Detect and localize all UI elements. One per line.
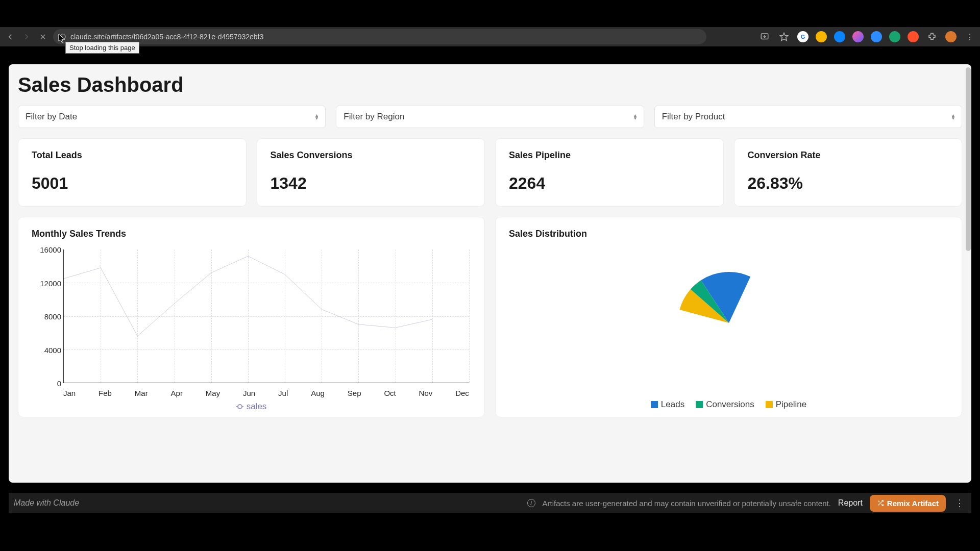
kpi-card-total-leads: Total Leads 5001: [18, 138, 247, 207]
kpi-card-sales-conversions: Sales Conversions 1342: [257, 138, 485, 207]
line-chart-title: Monthly Sales Trends: [32, 229, 471, 239]
extension-icon[interactable]: [852, 31, 864, 42]
filter-region[interactable]: Filter by Region ▴▾: [336, 106, 644, 128]
pie-chart-legend: Leads Conversions Pipeline: [509, 399, 948, 410]
extension-icon[interactable]: [889, 31, 900, 42]
scrollbar-thumb[interactable]: [966, 67, 971, 251]
page-title: Sales Dashboard: [18, 73, 962, 96]
x-tick-label: Jan: [63, 389, 76, 397]
x-tick-label: Apr: [171, 389, 183, 397]
stop-loading-tooltip: Stop loading this page: [65, 42, 139, 54]
x-tick-label: Jul: [278, 389, 288, 397]
url-text: claude.site/artifacts/f06d2a05-acc8-4f12…: [70, 33, 263, 41]
svg-marker-6: [59, 34, 65, 43]
legend-item-pipeline: Pipeline: [766, 399, 807, 410]
remix-label: Remix Artifact: [887, 499, 939, 508]
made-with-label: Made with Claude: [14, 498, 79, 508]
kpi-value: 5001: [32, 174, 233, 193]
app-viewport: Sales Dashboard Filter by Date ▴▾ Filter…: [9, 64, 971, 483]
artifact-footer: Made with Claude i Artifacts are user-ge…: [9, 493, 971, 513]
line-chart: JanFebMarAprMayJunJulAugSepOctNovDec 040…: [32, 246, 471, 399]
pie-chart-card: Sales Distribution Leads Conversions: [495, 217, 962, 417]
line-chart-legend: sales: [32, 402, 471, 412]
legend-swatch-icon: [651, 401, 658, 408]
y-tick-label: 4000: [44, 345, 61, 354]
kpi-title: Sales Conversions: [271, 150, 472, 161]
legend-label: Leads: [661, 399, 684, 410]
x-tick-label: Feb: [99, 389, 112, 397]
y-tick-label: 16000: [40, 245, 61, 254]
y-tick-label: 12000: [40, 279, 61, 287]
x-tick-label: Aug: [311, 389, 325, 397]
extensions-puzzle-icon[interactable]: [926, 31, 938, 43]
extension-icon[interactable]: [816, 31, 827, 42]
address-bar[interactable]: claude.site/artifacts/f06d2a05-acc8-4f12…: [53, 29, 706, 44]
back-icon[interactable]: [4, 31, 16, 43]
kpi-title: Sales Pipeline: [509, 150, 710, 161]
info-icon: i: [527, 499, 535, 507]
line-chart-card: Monthly Sales Trends JanFebMarAprMayJunJ…: [18, 217, 485, 417]
extension-icon[interactable]: [908, 31, 919, 42]
legend-label: Pipeline: [776, 399, 807, 410]
browser-toolbar: claude.site/artifacts/f06d2a05-acc8-4f12…: [0, 27, 980, 46]
kpi-value: 26.83%: [748, 174, 949, 193]
pie-chart-title: Sales Distribution: [509, 229, 948, 239]
forward-icon[interactable]: [20, 31, 33, 43]
x-tick-label: May: [206, 389, 220, 397]
kpi-title: Total Leads: [32, 150, 233, 161]
legend-swatch-icon: [766, 401, 773, 408]
warning-text: Artifacts are user-generated and may con…: [543, 499, 831, 508]
select-chevrons-icon: ▴▾: [952, 114, 954, 120]
svg-marker-5: [780, 33, 788, 41]
kpi-card-sales-pipeline: Sales Pipeline 2264: [495, 138, 724, 207]
select-chevrons-icon: ▴▾: [634, 114, 636, 120]
legend-item-leads: Leads: [651, 399, 684, 410]
stop-reload-icon[interactable]: [37, 31, 49, 43]
legend-label: Conversions: [706, 399, 754, 410]
x-tick-label: Jun: [243, 389, 255, 397]
kpi-row: Total Leads 5001 Sales Conversions 1342 …: [18, 138, 962, 207]
x-tick-label: Sep: [348, 389, 361, 397]
filter-date-label: Filter by Date: [26, 112, 77, 122]
filter-date[interactable]: Filter by Date ▴▾: [18, 106, 326, 128]
browser-menu-icon[interactable]: ⋮: [964, 31, 976, 43]
remix-artifact-button[interactable]: Remix Artifact: [870, 495, 946, 512]
bookmark-star-icon[interactable]: [778, 31, 790, 43]
kpi-value: 1342: [271, 174, 472, 193]
x-tick-label: Dec: [455, 389, 469, 397]
legend-swatch-icon: [696, 401, 703, 408]
filter-product[interactable]: Filter by Product ▴▾: [654, 106, 962, 128]
extension-icon[interactable]: [871, 31, 882, 42]
x-tick-label: Oct: [384, 389, 396, 397]
legend-swatch-icon: [236, 406, 243, 407]
report-button[interactable]: Report: [838, 498, 863, 508]
mouse-cursor-icon: [58, 34, 65, 44]
kpi-card-conversion-rate: Conversion Rate 26.83%: [734, 138, 963, 207]
legend-item-conversions: Conversions: [696, 399, 754, 410]
charts-row: Monthly Sales Trends JanFebMarAprMayJunJ…: [18, 217, 962, 417]
install-icon[interactable]: [758, 31, 771, 43]
extension-icon[interactable]: [945, 31, 957, 42]
filter-region-label: Filter by Region: [344, 112, 404, 122]
legend-label: sales: [247, 402, 267, 412]
x-tick-label: Mar: [135, 389, 148, 397]
kpi-title: Conversion Rate: [748, 150, 949, 161]
x-tick-label: Nov: [419, 389, 433, 397]
kpi-value: 2264: [509, 174, 710, 193]
filter-product-label: Filter by Product: [662, 112, 725, 122]
extension-icon[interactable]: [834, 31, 845, 42]
filter-row: Filter by Date ▴▾ Filter by Region ▴▾ Fi…: [18, 106, 962, 128]
svg-line-9: [878, 500, 879, 502]
shuffle-icon: [877, 499, 884, 507]
extension-icon[interactable]: G: [797, 31, 808, 42]
select-chevrons-icon: ▴▾: [315, 114, 318, 120]
more-menu-icon[interactable]: ⋮: [953, 497, 966, 509]
pie-chart: [509, 246, 948, 399]
y-tick-label: 0: [57, 379, 61, 388]
y-tick-label: 8000: [44, 312, 61, 321]
